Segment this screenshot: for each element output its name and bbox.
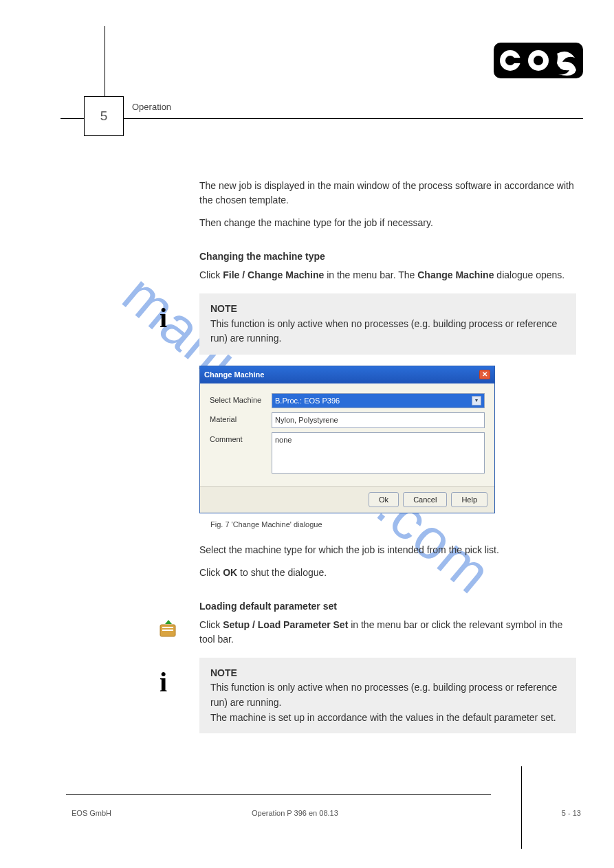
change-machine-text: Click File / Change Machine in the menu … bbox=[199, 269, 564, 280]
svg-marker-9 bbox=[165, 620, 172, 624]
note-label: NOTE bbox=[210, 667, 237, 678]
body-content: The new job is displayed in the main win… bbox=[199, 179, 576, 744]
rule-top-horizontal bbox=[61, 118, 583, 119]
note-text-1: This function is only active when no pro… bbox=[210, 318, 557, 344]
svg-rect-7 bbox=[162, 627, 173, 628]
info-block-1: i NOTE This function is only active when… bbox=[199, 293, 576, 355]
chevron-down-icon[interactable]: ▾ bbox=[472, 396, 481, 405]
figure-caption: Fig. 7 'Change Machine' dialogue bbox=[210, 519, 576, 531]
cancel-button[interactable]: Cancel bbox=[403, 492, 447, 508]
dialog-titlebar: Change Machine ✕ bbox=[200, 366, 494, 383]
info-icon: i bbox=[160, 298, 167, 339]
rule-bottom-vertical bbox=[521, 766, 522, 849]
label-comment: Comment bbox=[210, 432, 272, 474]
heading-load-param: Loading default parameter set bbox=[199, 599, 576, 614]
steps-paragraph-2: Click OK to shut the dialogue. bbox=[199, 566, 576, 580]
svg-rect-8 bbox=[162, 630, 173, 631]
note-box-1: NOTE This function is only active when n… bbox=[199, 293, 576, 355]
note-text-2b: The machine is set up in accordance with… bbox=[210, 712, 556, 723]
info-icon: i bbox=[160, 662, 167, 703]
help-button[interactable]: Help bbox=[451, 492, 487, 508]
load-parameter-set-icon bbox=[158, 619, 179, 638]
footer-page: 5 - 13 bbox=[562, 809, 581, 817]
material-value: Nylon, Polystyrene bbox=[275, 414, 338, 426]
dialog-footer: Ok Cancel Help bbox=[200, 486, 494, 513]
footer-doc-id: Operation P 396 en 08.13 bbox=[252, 809, 338, 817]
steps-2b: to shut the dialogue. bbox=[237, 567, 327, 578]
footer-company: EOS GmbH bbox=[72, 809, 111, 817]
note-box-2: NOTE This function is only active when n… bbox=[199, 658, 576, 734]
comment-field[interactable]: none bbox=[272, 432, 485, 474]
steps-2a: Click bbox=[199, 567, 223, 578]
note-label: NOTE bbox=[210, 303, 237, 314]
select-machine-value: B.Proc.: EOS P396 bbox=[275, 395, 340, 407]
page-number-box: 5 bbox=[84, 96, 124, 136]
heading-change-machine: Changing the machine type bbox=[199, 249, 576, 264]
section-label: Operation bbox=[132, 102, 171, 112]
svg-rect-3 bbox=[510, 58, 523, 63]
steps-paragraph-1: Select the machine type for which the jo… bbox=[199, 543, 576, 557]
dialog-title: Change Machine bbox=[204, 369, 264, 381]
comment-value: none bbox=[275, 434, 292, 446]
ok-literal: OK bbox=[223, 567, 237, 578]
note-text-2a: This function is only active when no pro… bbox=[210, 682, 557, 708]
label-select-machine: Select Machine bbox=[210, 393, 272, 409]
select-machine-field[interactable]: B.Proc.: EOS P396 ▾ bbox=[272, 393, 485, 409]
ok-button[interactable]: Ok bbox=[369, 492, 399, 508]
company-logo bbox=[494, 43, 583, 78]
intro-paragraph-2: Then change the machine type for the job… bbox=[199, 216, 576, 230]
change-machine-paragraph: Click File / Change Machine in the menu … bbox=[199, 268, 576, 282]
dialog-body: Select Machine B.Proc.: EOS P396 ▾ Mater… bbox=[200, 383, 494, 486]
param-paragraph: Click Setup / Load Parameter Set in the … bbox=[199, 618, 576, 647]
info-block-2: i NOTE This function is only active when… bbox=[199, 658, 576, 734]
svg-point-5 bbox=[534, 56, 543, 65]
material-field[interactable]: Nylon, Polystyrene bbox=[272, 412, 485, 428]
page-number: 5 bbox=[100, 109, 108, 124]
eos-logo-svg bbox=[494, 43, 583, 78]
change-machine-dialog: Change Machine ✕ Select Machine B.Proc.:… bbox=[199, 366, 495, 513]
label-material: Material bbox=[210, 412, 272, 428]
rule-bottom-horizontal bbox=[66, 794, 491, 795]
intro-paragraph-1: The new job is displayed in the main win… bbox=[199, 179, 576, 208]
close-icon[interactable]: ✕ bbox=[479, 370, 490, 379]
